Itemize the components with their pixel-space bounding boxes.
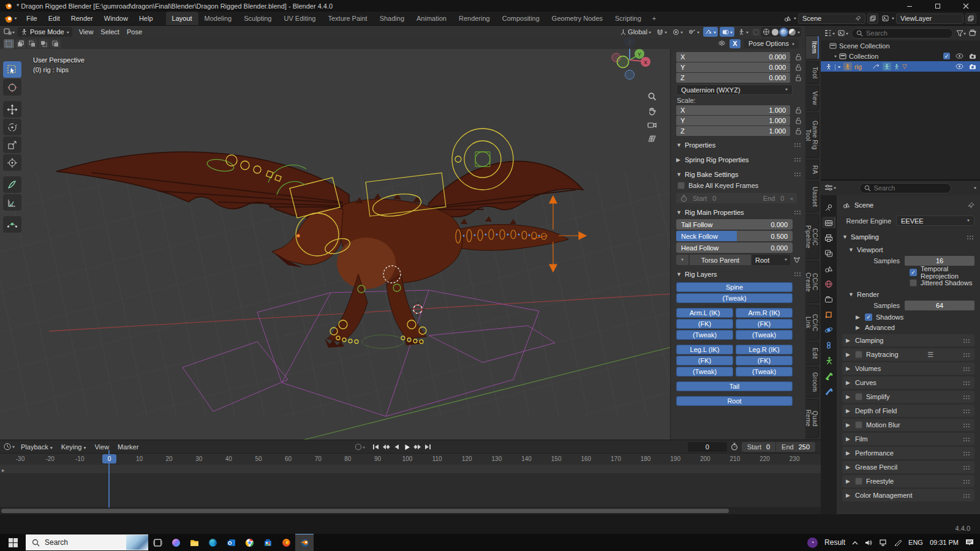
transform-tool[interactable] bbox=[3, 154, 21, 171]
rig-layer-tweak[interactable]: (Tweak) bbox=[736, 367, 793, 377]
panel-grip-icon[interactable] bbox=[963, 381, 970, 385]
taskbar-app-chrome[interactable] bbox=[240, 534, 258, 551]
properties-tab-render[interactable] bbox=[822, 217, 835, 228]
section-depth-of-field[interactable]: ▶Depth of Field bbox=[842, 405, 974, 417]
prev-keyframe-button[interactable] bbox=[382, 443, 391, 452]
properties-tab-collection[interactable] bbox=[822, 293, 835, 305]
outliner-search[interactable] bbox=[851, 28, 953, 39]
panel-spring-rig[interactable]: ▶Spring Rig Properties bbox=[676, 154, 803, 165]
sidebar-tab-item[interactable]: Item bbox=[806, 36, 819, 59]
properties-tab-world[interactable] bbox=[822, 278, 835, 290]
rig-layer-fk[interactable]: (FK) bbox=[736, 319, 793, 329]
select-mode-new-icon[interactable] bbox=[4, 39, 14, 48]
annotate-tool[interactable] bbox=[3, 176, 21, 193]
shading-rendered-icon[interactable] bbox=[789, 29, 796, 36]
new-scene-icon[interactable] bbox=[867, 13, 878, 24]
menu-render[interactable]: Render bbox=[66, 12, 99, 25]
add-workspace-button[interactable]: + bbox=[647, 15, 661, 22]
snap-bone-icon[interactable] bbox=[791, 255, 802, 265]
section-film[interactable]: ▶Film bbox=[842, 433, 974, 445]
rig-layer-leg-r-ik[interactable]: Leg.R (IK) bbox=[736, 345, 793, 354]
timeline-ruler[interactable]: 0 -30-20-1001020304050607080901001101201… bbox=[0, 454, 821, 465]
timeline-editor-icon[interactable]: ▾ bbox=[3, 443, 15, 451]
slider-neck-follow[interactable]: Neck Follow0.500 bbox=[676, 231, 793, 241]
lock-icon[interactable] bbox=[795, 53, 802, 61]
properties-tab-object[interactable] bbox=[822, 309, 835, 320]
new-collection-icon[interactable] bbox=[969, 29, 977, 37]
hide-eye-icon[interactable] bbox=[956, 53, 963, 59]
scale-tool[interactable] bbox=[3, 137, 21, 153]
lock-icon[interactable] bbox=[795, 127, 802, 135]
network-icon[interactable] bbox=[880, 539, 888, 546]
sidebar-tab-groom[interactable]: Groom bbox=[806, 367, 819, 397]
start-frame-field[interactable]: Start0 bbox=[742, 442, 775, 452]
rig-layer-root[interactable]: Root bbox=[676, 396, 793, 406]
blender-logo-menu[interactable]: ▾ bbox=[0, 12, 21, 25]
slider-tail-follow[interactable]: Tail Follow0.000 bbox=[676, 219, 793, 230]
menu-file[interactable]: File bbox=[21, 12, 43, 25]
jump-to-end-button[interactable] bbox=[423, 443, 432, 452]
slider-head-follow[interactable]: Head Follow0.000 bbox=[676, 242, 793, 253]
lock-icon[interactable] bbox=[793, 127, 803, 135]
timeline-menu-playback[interactable]: Playback ▾ bbox=[17, 443, 57, 451]
properties-tab-bone[interactable] bbox=[822, 370, 835, 381]
timeline-menu-keying[interactable]: Keying ▾ bbox=[57, 443, 91, 451]
channel-expand-icon[interactable]: ▸ bbox=[2, 467, 5, 473]
properties-search[interactable] bbox=[859, 183, 951, 193]
taskbar-app-task-view[interactable] bbox=[148, 534, 167, 551]
language-indicator[interactable]: ENG bbox=[908, 539, 923, 546]
taskbar-app-store[interactable] bbox=[258, 534, 277, 551]
lock-icon[interactable] bbox=[793, 64, 803, 71]
rig-layer-fk[interactable]: (FK) bbox=[676, 319, 733, 329]
lock-icon[interactable] bbox=[795, 107, 802, 114]
select-mode-extend-icon[interactable] bbox=[15, 39, 26, 48]
rotation-y-field[interactable]: Y0.000 bbox=[676, 62, 790, 72]
shading-material-icon[interactable] bbox=[780, 29, 787, 36]
gizmo-z-neg[interactable] bbox=[625, 70, 635, 80]
expand-icon[interactable]: ▾ bbox=[834, 54, 837, 58]
sidebar-tab-ra[interactable]: RA bbox=[806, 160, 819, 180]
sidebar-tab-edit[interactable]: Edit bbox=[806, 342, 819, 364]
panel-grip-icon[interactable] bbox=[963, 339, 970, 343]
panel-grip-icon[interactable] bbox=[967, 235, 973, 239]
properties-tab-constraints[interactable] bbox=[822, 339, 835, 351]
panel-properties[interactable]: ▼Properties bbox=[676, 139, 803, 151]
camera-view-icon[interactable] bbox=[647, 121, 657, 129]
timeline-menu-view[interactable]: View bbox=[90, 443, 113, 451]
section-performance[interactable]: ▶Performance bbox=[842, 447, 974, 459]
scale-x-field[interactable]: X1.000 bbox=[676, 105, 790, 115]
workspace-tab-rendering[interactable]: Rendering bbox=[453, 12, 496, 25]
show-overlays-toggle[interactable]: ▾ bbox=[703, 27, 718, 37]
checkbox-icon[interactable]: ✓ bbox=[865, 313, 872, 321]
new-viewlayer-icon[interactable] bbox=[965, 13, 976, 24]
section-curves[interactable]: ▶Curves bbox=[842, 377, 974, 389]
viewlayer-name[interactable]: ViewLayer bbox=[900, 15, 932, 22]
taskbar-search[interactable]: Search bbox=[26, 534, 148, 550]
bake-range-row[interactable]: Start 0 End 0 ◂ bbox=[676, 193, 797, 203]
sidebar-tab-view[interactable]: View bbox=[806, 86, 819, 111]
viewport-menu-pose[interactable]: Pose bbox=[123, 28, 146, 36]
taskbar-app-outlook[interactable] bbox=[222, 534, 240, 551]
shading-wireframe-icon[interactable] bbox=[763, 28, 770, 36]
outliner-row-collection[interactable]: ▾ Collection ✓ bbox=[821, 51, 980, 61]
properties-editor-icon[interactable]: ▾ bbox=[824, 184, 836, 192]
taskbar-app-copilot[interactable] bbox=[167, 534, 185, 551]
panel-grip-icon[interactable] bbox=[963, 479, 970, 484]
checkbox-icon[interactable] bbox=[855, 393, 862, 400]
scale-z-field[interactable]: Z1.000 bbox=[676, 126, 790, 136]
panel-grip-icon[interactable] bbox=[963, 423, 970, 427]
workspace-tab-sculpting[interactable]: Sculpting bbox=[238, 12, 277, 25]
panel-rig-main[interactable]: ▼Rig Main Properties bbox=[676, 206, 803, 218]
rig-layer-tweak[interactable]: (Tweak) bbox=[676, 293, 793, 303]
panel-grip-icon[interactable] bbox=[794, 157, 801, 162]
proportional-edit-toggle[interactable]: ▾ bbox=[671, 27, 685, 37]
cursor-tool[interactable] bbox=[3, 79, 21, 96]
bake-all-keyed-checkbox[interactable]: Bake All Keyed Frames bbox=[677, 180, 803, 191]
menu-window[interactable]: Window bbox=[99, 12, 134, 25]
torso-parent-dropdown[interactable]: Root▾ bbox=[752, 255, 790, 265]
jump-to-start-button[interactable] bbox=[371, 443, 380, 452]
next-keyframe-button[interactable] bbox=[413, 443, 422, 452]
shading-solid-icon[interactable] bbox=[772, 29, 778, 36]
lock-icon[interactable] bbox=[793, 74, 803, 81]
end-frame-field[interactable]: End250 bbox=[775, 442, 815, 452]
